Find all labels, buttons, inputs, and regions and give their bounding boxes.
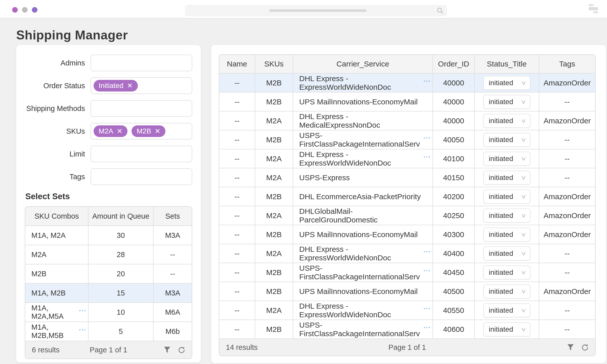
column-header-order-id[interactable]: Order_ID xyxy=(433,55,475,73)
truncation-ellipsis-icon[interactable]: ⋯ xyxy=(423,76,430,85)
cell-tags: AmazonOrder xyxy=(539,74,595,92)
orders-row[interactable]: -- M2B DHL Express - ExpressWorldWideNon… xyxy=(219,73,595,92)
cell-skus: M2A xyxy=(255,206,293,225)
status-select[interactable]: initiated ∨ xyxy=(483,171,530,185)
status-select[interactable]: initiated ∨ xyxy=(483,284,530,299)
cell-skus: M2A xyxy=(255,168,293,187)
cell-order-id: 40000 xyxy=(433,93,475,111)
cell-amount-in-queue: 10 xyxy=(89,303,154,322)
column-header-name[interactable]: Name xyxy=(219,55,255,73)
filter-input[interactable] xyxy=(91,55,192,71)
cell-order-id: 40300 xyxy=(433,225,475,244)
orders-row[interactable]: -- M2A DHL Express - ExpressWorldWideNon… xyxy=(219,244,595,263)
truncation-ellipsis-icon[interactable]: ⋯ xyxy=(423,152,430,161)
truncation-ellipsis-icon[interactable]: ⋯ xyxy=(423,304,430,313)
cell-status-title: initiated ∨ xyxy=(475,187,539,206)
cell-order-id: 40200 xyxy=(433,187,475,206)
orders-body: -- M2B DHL Express - ExpressWorldWideNon… xyxy=(219,73,595,338)
filter-chip[interactable]: M2B ✕ xyxy=(132,125,165,137)
refresh-icon[interactable] xyxy=(581,344,589,351)
window-dot-close[interactable] xyxy=(12,7,18,13)
status-select[interactable]: initiated ∨ xyxy=(483,228,530,242)
select-sets-footer: 6 results Page 1 of 1 xyxy=(25,341,192,358)
cell-status-title: initiated ∨ xyxy=(475,168,539,187)
orders-row[interactable]: -- M2B USPS-FirstClassPackageInternation… xyxy=(219,263,595,282)
cell-tags: -- xyxy=(539,93,595,111)
filter-chip[interactable]: M2A ✕ xyxy=(94,125,127,137)
column-header-tags[interactable]: Tags xyxy=(539,55,595,73)
orders-row[interactable]: -- M2B UPS MailInnovations-EconomyMail ⋯… xyxy=(219,282,595,301)
status-select[interactable]: initiated ∨ xyxy=(483,95,530,109)
filter-row: Tags xyxy=(25,168,192,185)
column-header-carrier-service[interactable]: Carrier_Service xyxy=(293,55,433,73)
refresh-icon[interactable] xyxy=(178,346,185,354)
column-header-sku-combos[interactable]: SKU Combos xyxy=(25,207,89,225)
cell-name: -- xyxy=(219,111,255,130)
truncation-ellipsis-icon[interactable]: ⋯ xyxy=(79,325,86,334)
select-sets-row[interactable]: M2B ⋯ 20 -- xyxy=(25,264,192,283)
chip-close-icon[interactable]: ✕ xyxy=(155,128,161,135)
select-sets-row[interactable]: M1A, M2A ⋯ 30 M3A xyxy=(25,225,192,245)
search-icon[interactable] xyxy=(437,7,444,15)
status-select[interactable]: initiated ∨ xyxy=(483,265,530,280)
orders-row[interactable]: -- M2B USPS-FirstClassPackageInternation… xyxy=(219,320,595,338)
filter-input[interactable] xyxy=(91,168,192,185)
status-value: initiated xyxy=(489,98,513,106)
chevron-down-icon: ∨ xyxy=(521,250,527,257)
status-value: initiated xyxy=(489,212,513,220)
status-select[interactable]: initiated ∨ xyxy=(483,114,530,128)
orders-row[interactable]: -- M2A DHL Express - MedicalExpressNonDo… xyxy=(219,111,595,130)
status-select[interactable]: initiated ∨ xyxy=(483,209,530,223)
column-header-sets[interactable]: Sets xyxy=(154,207,192,225)
filter-input[interactable] xyxy=(91,146,192,162)
status-select[interactable]: initiated ∨ xyxy=(483,76,530,90)
filter-chip[interactable]: Initiated ✕ xyxy=(94,80,138,92)
orders-row[interactable]: -- M2B USPS-FirstClassPackageInternation… xyxy=(219,130,595,149)
status-select[interactable]: initiated ∨ xyxy=(483,152,530,166)
cell-carrier-service: DHL EcommerceAsia-PacketPriority ⋯ xyxy=(293,187,433,206)
select-sets-row[interactable]: M1A, M2B,M5B ⋯ 5 M6b xyxy=(25,322,192,341)
select-sets-row[interactable]: M2A ⋯ 28 -- xyxy=(25,245,192,264)
column-header-status-title[interactable]: Status_Title xyxy=(475,55,539,73)
orders-row[interactable]: -- M2A USPS-Express ⋯ 40150 initiated ∨ … xyxy=(219,168,595,187)
column-header-skus[interactable]: SKUs xyxy=(255,55,293,73)
chip-close-icon[interactable]: ✕ xyxy=(127,82,133,89)
chevron-down-icon: ∨ xyxy=(521,326,527,333)
status-select[interactable]: initiated ∨ xyxy=(483,246,530,261)
cell-sku-combos: M1A, M2B ⋯ xyxy=(25,284,89,302)
filter-icon[interactable] xyxy=(163,346,171,354)
column-header-amount-in-queue[interactable]: Amount in Queue xyxy=(89,207,154,225)
cell-skus: M2B xyxy=(255,130,293,149)
truncation-ellipsis-icon[interactable]: ⋯ xyxy=(423,133,430,142)
cell-sets: -- xyxy=(154,245,192,264)
filter-input[interactable] xyxy=(91,100,192,117)
status-select[interactable]: initiated ∨ xyxy=(483,190,530,204)
cell-tags: AmazonOrder xyxy=(539,225,595,244)
window-dot-maximize[interactable] xyxy=(32,7,37,13)
orders-row[interactable]: -- M2A DHLGlobalMail-ParcelGroundDomesti… xyxy=(219,206,595,225)
truncation-ellipsis-icon[interactable]: ⋯ xyxy=(423,323,430,332)
status-select[interactable]: initiated ∨ xyxy=(483,303,530,317)
filter-icon[interactable] xyxy=(567,344,574,351)
cell-name: -- xyxy=(219,282,255,301)
menu-icon[interactable] xyxy=(589,4,599,14)
select-sets-row[interactable]: M1A, M2B ⋯ 15 M3A xyxy=(25,283,192,302)
truncation-ellipsis-icon[interactable]: ⋯ xyxy=(423,247,430,256)
search-input[interactable] xyxy=(185,5,447,16)
truncation-ellipsis-icon[interactable]: ⋯ xyxy=(423,266,430,275)
truncation-ellipsis-icon[interactable]: ⋯ xyxy=(79,306,86,315)
filter-input[interactable]: Initiated ✕ xyxy=(91,77,192,94)
orders-row[interactable]: -- M2B DHL EcommerceAsia-PacketPriority … xyxy=(219,187,595,206)
status-select[interactable]: initiated ∨ xyxy=(483,322,530,336)
filter-input[interactable]: M2A ✕ M2B ✕ xyxy=(91,123,192,140)
orders-row[interactable]: -- M2A DHL Express - ExpressWorldWideNon… xyxy=(219,301,595,320)
orders-row[interactable]: -- M2B UPS MailInnovations-EconomyMail ⋯… xyxy=(219,225,595,244)
status-select[interactable]: initiated ∨ xyxy=(483,133,530,147)
select-sets-row[interactable]: M1A, M2A,M5A ⋯ 10 M6A xyxy=(25,302,192,322)
window-dot-minimize[interactable] xyxy=(22,7,28,13)
cell-amount-in-queue: 28 xyxy=(89,245,154,264)
orders-row[interactable]: -- M2A DHL Express - ExpressWorldWideNon… xyxy=(219,149,595,168)
orders-row[interactable]: -- M2B UPS MailInnovations-EconomyMail ⋯… xyxy=(219,92,595,111)
chip-close-icon[interactable]: ✕ xyxy=(117,128,123,135)
filter-label: SKUs xyxy=(25,127,85,135)
